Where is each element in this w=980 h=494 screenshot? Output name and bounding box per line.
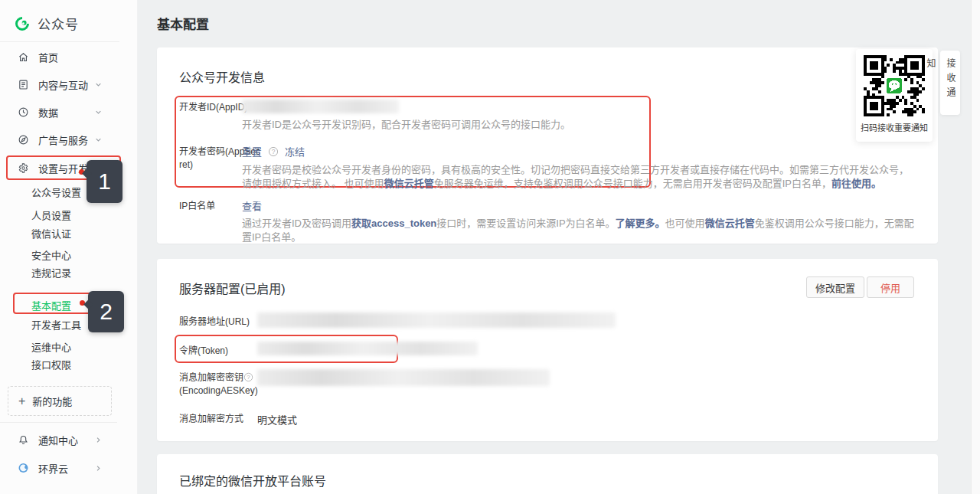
home-icon bbox=[18, 51, 29, 63]
reset-appsecret-link[interactable]: 重置 bbox=[242, 144, 262, 159]
page-title: 基本配置 bbox=[157, 14, 209, 33]
server-url-label: 服务器地址(URL) bbox=[179, 316, 250, 329]
disable-button[interactable]: 停用 bbox=[867, 276, 914, 298]
sidebar-item-data[interactable]: 数据 bbox=[0, 103, 138, 121]
sidebar-item-label: 广告与服务 bbox=[38, 132, 88, 147]
freeze-appsecret-link[interactable]: 冻结 bbox=[285, 144, 305, 159]
section-title-dev-info: 公众号开发信息 bbox=[179, 67, 265, 86]
ip-whitelist-description: 通过开发者ID及密码调用获取access_token接口时，需要设置访问来源IP… bbox=[242, 217, 923, 244]
appid-description: 开发者ID是公众号开发识别码，配合开发者密码可调用公众号的接口能力。 bbox=[242, 118, 916, 132]
sidebar-item-label: 通知中心 bbox=[38, 433, 78, 447]
svg-text:?: ? bbox=[272, 147, 276, 155]
data-icon bbox=[18, 106, 29, 118]
sidebar-item-label: 环界云 bbox=[38, 461, 68, 476]
token-value-redacted bbox=[257, 342, 478, 355]
sidebar-subitem-wechat-verification[interactable]: 微信认证 bbox=[31, 226, 71, 240]
help-icon[interactable]: ? bbox=[243, 372, 253, 382]
sidebar-item-label: 数据 bbox=[38, 105, 58, 119]
ads-icon bbox=[18, 134, 29, 146]
logo-text: 公众号 bbox=[38, 14, 79, 33]
server-config-card: 服务器配置(已启用) 修改配置 停用 服务器地址(URL) 令牌(Token) … bbox=[157, 259, 938, 441]
server-url-value-redacted bbox=[257, 312, 616, 328]
sidebar-item-label: 首页 bbox=[38, 50, 58, 64]
sidebar-item-content[interactable]: 内容与互动 bbox=[0, 75, 138, 93]
sidebar-item-huanjie-cloud[interactable]: 环界云 bbox=[0, 459, 138, 477]
wechat-cloud-hosting-link[interactable]: 微信云托管 bbox=[384, 178, 434, 189]
appsecret-actions: 重置 ? 冻结 bbox=[242, 144, 305, 159]
sidebar-subitem-staff-settings[interactable]: 人员设置 bbox=[31, 208, 71, 222]
sidebar: 公众号 首页 内容与互动 数据 广告与服务 设置与开发 公众号设置 bbox=[0, 0, 138, 494]
chevron-right-icon bbox=[93, 463, 103, 473]
get-access-token-link[interactable]: 获取access_token bbox=[351, 218, 436, 229]
help-icon[interactable]: ? bbox=[268, 146, 279, 157]
aeskey-label: 消息加解密密钥? (EncodingAESKey) bbox=[179, 371, 258, 397]
logo[interactable]: 公众号 bbox=[14, 14, 79, 33]
sidebar-item-home[interactable]: 首页 bbox=[0, 47, 138, 66]
annotation-step-1-badge: 1 bbox=[87, 160, 122, 203]
cloud-swirl-icon bbox=[18, 462, 29, 474]
sidebar-subitem-ops-center[interactable]: 运维中心 bbox=[31, 339, 71, 354]
go-use-link[interactable]: 前往使用。 bbox=[831, 178, 881, 189]
chevron-down-icon bbox=[93, 107, 103, 117]
settings-gear-icon bbox=[18, 162, 29, 174]
qr-code bbox=[864, 55, 925, 116]
sidebar-divider-bottom bbox=[0, 422, 117, 423]
aeskey-value-redacted bbox=[257, 369, 550, 386]
modify-config-button[interactable]: 修改配置 bbox=[806, 276, 864, 298]
token-label: 令牌(Token) bbox=[179, 345, 228, 358]
chevron-down-icon bbox=[93, 80, 103, 90]
chevron-right-icon bbox=[93, 435, 103, 445]
sidebar-subitem-api-permissions[interactable]: 接口权限 bbox=[31, 357, 71, 371]
ip-whitelist-label: IP白名单 bbox=[179, 200, 215, 213]
new-features-label: 新的功能 bbox=[32, 394, 72, 408]
receive-notifications-tab[interactable]: 接收通知 bbox=[940, 51, 960, 115]
wechat-official-account-logo-icon bbox=[14, 15, 31, 32]
plus-icon: + bbox=[18, 395, 25, 407]
learn-more-link[interactable]: 了解更多。 bbox=[616, 218, 665, 229]
sidebar-item-ads[interactable]: 广告与服务 bbox=[0, 130, 138, 149]
sidebar-subitem-account-settings[interactable]: 公众号设置 bbox=[31, 185, 81, 199]
sidebar-subitem-basic-config[interactable]: 基本配置 bbox=[31, 298, 71, 312]
sidebar-subitem-developer-tools[interactable]: 开发者工具 bbox=[31, 317, 81, 332]
scrollbar[interactable] bbox=[971, 0, 980, 494]
bell-icon bbox=[18, 434, 29, 446]
appsecret-description: 开发者密码是校验公众号开发者身份的密码，具有极高的安全性。切记勿把密码直接交给第… bbox=[242, 163, 914, 191]
section-title-server-config: 服务器配置(已启用) bbox=[179, 279, 286, 297]
message-encryption-mode-value: 明文模式 bbox=[257, 412, 297, 427]
bound-open-platform-card: 已绑定的微信开放平台账号 bbox=[157, 454, 938, 494]
appid-value-redacted bbox=[242, 100, 399, 113]
message-encryption-mode-label: 消息加解密方式 bbox=[179, 413, 243, 426]
sidebar-item-label: 内容与互动 bbox=[38, 77, 88, 92]
appid-label: 开发者ID(AppID) bbox=[179, 101, 247, 114]
sidebar-subitem-violation-records[interactable]: 违规记录 bbox=[31, 265, 71, 280]
section-title-bound-account: 已绑定的微信开放平台账号 bbox=[179, 471, 326, 489]
annotation-step-2-badge: 2 bbox=[88, 291, 124, 332]
developer-info-card: 公众号开发信息 开发者ID(AppID) 开发者ID是公众号开发识别码，配合开发… bbox=[157, 47, 938, 244]
chevron-down-icon bbox=[93, 135, 103, 145]
wechat-cloud-hosting-link[interactable]: 微信云托管 bbox=[705, 218, 755, 229]
sidebar-item-notification-center[interactable]: 通知中心 bbox=[0, 430, 138, 449]
new-features-button[interactable]: + 新的功能 bbox=[8, 386, 112, 416]
content-icon bbox=[18, 79, 29, 90]
svg-text:?: ? bbox=[247, 374, 250, 381]
sidebar-subitem-security-center[interactable]: 安全中心 bbox=[31, 247, 71, 262]
sidebar-divider-top bbox=[0, 41, 119, 42]
qr-caption: 扫码接收重要通知 bbox=[856, 121, 933, 133]
view-ip-whitelist-link[interactable]: 查看 bbox=[242, 198, 262, 213]
